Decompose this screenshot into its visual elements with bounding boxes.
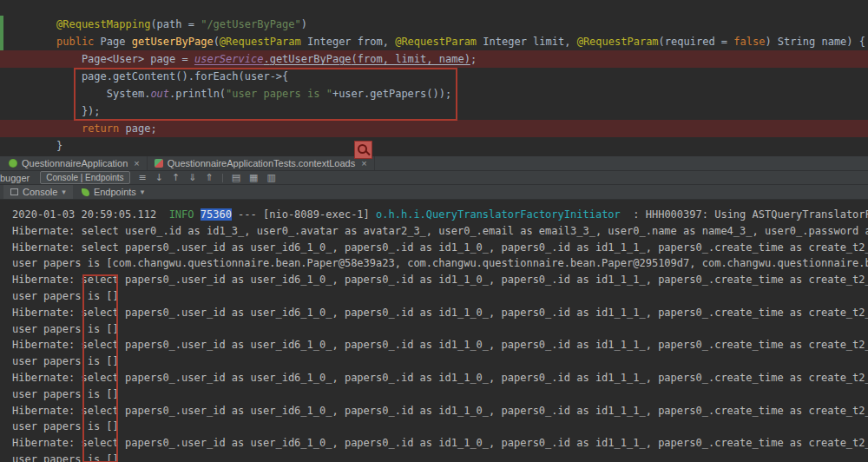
search-icon[interactable] bbox=[354, 141, 372, 159]
debug-toolbar: bugger Console | Endpoints ≡ ↓ ↑ ⇓ ⇑ ▤ ▦… bbox=[0, 171, 868, 185]
console-view-tabs: Console ▾ Endpoints ▾ bbox=[0, 185, 868, 200]
annotation-token: @RequestParam bbox=[220, 36, 301, 48]
editor-tab-bar: QuestionnaireApplication × Questionnaire… bbox=[0, 156, 868, 171]
keyword-token: public bbox=[56, 36, 101, 48]
code-line[interactable]: public Page getUserByPage(@RequestParam … bbox=[0, 33, 868, 50]
code-token: } bbox=[56, 140, 62, 152]
test-run-icon bbox=[155, 159, 163, 168]
magnifier-handle bbox=[365, 150, 370, 155]
toolbar-separator bbox=[222, 174, 223, 182]
log-timestamp: 2020-01-03 20:59:05.112 bbox=[12, 208, 169, 221]
console-log-line: user papers is [] bbox=[12, 452, 868, 462]
scroll-down-icon[interactable]: ↓ bbox=[155, 172, 163, 183]
console-log-line: Hibernate: select user0_.id as id1_3_, u… bbox=[12, 223, 868, 240]
console-log-line: Hibernate: select papers0_.user_id as us… bbox=[12, 240, 868, 256]
scroll-up-icon[interactable]: ↑ bbox=[172, 172, 180, 183]
console-log-line: Hibernate: select papers0_.user_id as us… bbox=[12, 305, 868, 321]
log-text: user papers is [] bbox=[12, 290, 119, 302]
tab-endpoints[interactable]: Endpoints ▾ bbox=[75, 185, 151, 199]
string-token: "user papers is " bbox=[226, 88, 332, 100]
code-token: +user.getPapers()); bbox=[332, 88, 451, 100]
grid-icon[interactable]: ▦ bbox=[249, 172, 258, 183]
console-output[interactable]: 2020-01-03 20:59:05.112 INFO 75360 --- [… bbox=[0, 200, 868, 462]
code-token: . bbox=[263, 53, 269, 65]
log-text: user papers is [com.changwu.questionnair… bbox=[12, 257, 868, 269]
console-log-line: Hibernate: select papers0_.user_id as us… bbox=[12, 272, 868, 288]
code-editor[interactable]: @RequestMapping(path = "/getUserByPage")… bbox=[0, 0, 868, 156]
tab-console-label: Console bbox=[23, 187, 57, 197]
code-token: ; bbox=[470, 53, 477, 65]
console-log-line: user papers is [] bbox=[12, 353, 868, 370]
log-text: Hibernate: select papers0_.user_id as us… bbox=[12, 372, 868, 384]
log-text: Hibernate: select papers0_.user_id as us… bbox=[12, 437, 868, 449]
log-text: user papers is [] bbox=[12, 355, 119, 367]
code-line-breakpoint[interactable]: Page<User> page = userService.getUserByP… bbox=[0, 50, 868, 68]
log-thread: --- [nio-8089-exec-1] bbox=[232, 208, 376, 221]
code-token: page; bbox=[119, 122, 156, 135]
code-line[interactable]: @RequestMapping(path = "/getUserByPage") bbox=[0, 16, 868, 33]
code-line[interactable]: } bbox=[0, 137, 868, 155]
code-line[interactable]: System.out.println("user papers is "+use… bbox=[0, 85, 868, 102]
spring-boot-icon bbox=[9, 159, 17, 168]
string-token: "/getUserByPage" bbox=[201, 18, 301, 30]
log-text: Hibernate: select user0_.id as id1_3_, u… bbox=[12, 225, 868, 237]
console-log-line: Hibernate: select papers0_.user_id as us… bbox=[12, 337, 868, 353]
code-token: ( bbox=[214, 36, 220, 48]
code-line[interactable]: }); bbox=[0, 102, 868, 120]
code-token: .println( bbox=[169, 88, 226, 100]
console-endpoints-switch[interactable]: Console | Endpoints bbox=[40, 171, 129, 184]
code-token: Page<User> page = bbox=[56, 53, 194, 65]
tab-label: QuestionnaireApplication bbox=[22, 158, 128, 168]
code-token: (path = bbox=[150, 18, 201, 30]
tab-endpoints-label: Endpoints bbox=[94, 187, 136, 197]
chevron-down-icon: ▾ bbox=[141, 188, 145, 196]
code-token: (required = bbox=[659, 36, 734, 48]
settings-icon[interactable]: ▥ bbox=[267, 172, 276, 183]
close-icon[interactable]: × bbox=[134, 158, 139, 168]
tab-questionnaire-application-tests[interactable]: QuestionnaireApplicationTests.contextLoa… bbox=[148, 156, 375, 170]
console-log-line: user papers is [] bbox=[12, 321, 868, 338]
field-token: userService bbox=[194, 53, 263, 65]
code-token: }); bbox=[56, 105, 101, 117]
scroll-to-end-icon[interactable]: ⇓ bbox=[188, 172, 196, 183]
tab-questionnaire-application[interactable]: QuestionnaireApplication × bbox=[2, 156, 148, 170]
code-token: Integer limit, bbox=[477, 36, 577, 48]
log-text: Hibernate: select papers0_.user_id as us… bbox=[12, 274, 868, 286]
console-log-line: 2020-01-03 20:59:05.112 INFO 75360 --- [… bbox=[12, 207, 868, 223]
annotation-token: @RequestMapping bbox=[56, 18, 150, 30]
code-line-breakpoint[interactable]: return page; bbox=[0, 120, 868, 137]
code-token: System. bbox=[56, 88, 150, 100]
code-line[interactable]: page.getContent().forEach(user->{ bbox=[0, 68, 868, 85]
field-token: out bbox=[150, 88, 169, 100]
soft-wrap-icon[interactable]: ▤ bbox=[232, 172, 240, 183]
code-token: ) bbox=[301, 18, 307, 30]
code-token: page.getContent().forEach(user->{ bbox=[56, 70, 288, 82]
log-text: user papers is [] bbox=[12, 323, 119, 335]
console-log-line: Hibernate: select papers0_.user_id as us… bbox=[12, 370, 868, 386]
code-token: Page bbox=[101, 36, 132, 48]
close-icon[interactable]: × bbox=[361, 158, 366, 168]
log-logger-name: o.h.h.i.QueryTranslatorFactoryInitiator bbox=[376, 208, 621, 221]
log-text: Hibernate: select papers0_.user_id as us… bbox=[12, 339, 868, 351]
console-log-line: Hibernate: select papers0_.user_id as us… bbox=[12, 435, 868, 452]
console-log-line: user papers is [] bbox=[12, 386, 868, 403]
log-message: : HHH000397: Using ASTQueryTranslatorFac… bbox=[621, 208, 868, 221]
menu-icon[interactable]: ≡ bbox=[139, 172, 147, 183]
log-text: user papers is [] bbox=[12, 388, 119, 400]
console-log-line: user papers is [] bbox=[12, 419, 868, 435]
spring-leaf-icon bbox=[82, 188, 89, 196]
keyword-token: return bbox=[82, 122, 119, 135]
log-text: user papers is [] bbox=[12, 453, 119, 462]
tab-console[interactable]: Console ▾ bbox=[3, 185, 73, 199]
console-log-line: user papers is [com.changwu.questionnair… bbox=[12, 255, 868, 272]
keyword-token: false bbox=[733, 36, 765, 48]
method-name-token: getUserByPage bbox=[132, 36, 214, 48]
log-text: Hibernate: select papers0_.user_id as us… bbox=[12, 241, 868, 254]
code-token: ) String name) { bbox=[765, 36, 865, 48]
chevron-down-icon: ▾ bbox=[62, 188, 66, 196]
code-token: (from, limit, name) bbox=[352, 53, 470, 65]
code-token: Integer from, bbox=[301, 36, 395, 48]
log-text: Hibernate: select papers0_.user_id as us… bbox=[12, 405, 868, 417]
debugger-tab-label[interactable]: bugger bbox=[0, 173, 30, 183]
scroll-to-top-icon[interactable]: ⇑ bbox=[205, 172, 213, 183]
